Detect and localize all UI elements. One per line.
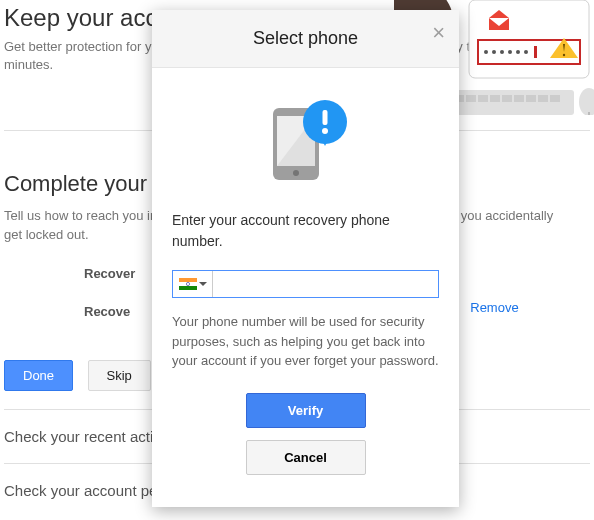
svg-rect-28: [588, 112, 590, 115]
svg-point-9: [508, 50, 512, 54]
svg-point-7: [492, 50, 496, 54]
svg-point-27: [579, 88, 594, 115]
done-button[interactable]: Done: [4, 360, 73, 391]
phone-input-group: [172, 270, 439, 298]
country-select[interactable]: [173, 271, 213, 297]
svg-rect-21: [490, 95, 500, 102]
modal-title: Select phone: [253, 28, 358, 48]
svg-rect-12: [534, 46, 537, 58]
svg-point-8: [500, 50, 504, 54]
skip-button[interactable]: Skip: [88, 360, 151, 391]
close-icon[interactable]: ×: [432, 22, 445, 44]
flag-icon: [179, 278, 197, 290]
svg-rect-22: [502, 95, 512, 102]
svg-rect-23: [514, 95, 524, 102]
svg-rect-38: [179, 286, 197, 290]
svg-rect-19: [466, 95, 476, 102]
svg-point-11: [524, 50, 528, 54]
svg-rect-36: [179, 278, 197, 282]
modal-hint: Your phone number will be used for secur…: [172, 312, 439, 371]
phone-input[interactable]: [213, 271, 438, 297]
recovery-row-2: Recove: [84, 304, 130, 319]
phone-alert-illustration: [172, 98, 439, 186]
svg-rect-26: [550, 95, 560, 102]
svg-point-31: [293, 170, 299, 176]
remove-link[interactable]: Remove: [470, 300, 518, 315]
svg-rect-24: [526, 95, 536, 102]
cancel-button[interactable]: Cancel: [246, 440, 366, 475]
svg-rect-34: [322, 110, 327, 125]
modal-prompt: Enter your account recovery phone number…: [172, 210, 439, 252]
recovery-row-1: Recover: [84, 266, 135, 281]
svg-point-14: [563, 54, 565, 56]
svg-rect-20: [478, 95, 488, 102]
svg-point-35: [322, 128, 328, 134]
svg-point-6: [484, 50, 488, 54]
select-phone-modal: Select phone × Enter your account recove…: [152, 10, 459, 507]
svg-point-10: [516, 50, 520, 54]
modal-header: Select phone ×: [152, 10, 459, 68]
svg-rect-25: [538, 95, 548, 102]
chevron-down-icon: [199, 282, 207, 286]
verify-button[interactable]: Verify: [246, 393, 366, 428]
